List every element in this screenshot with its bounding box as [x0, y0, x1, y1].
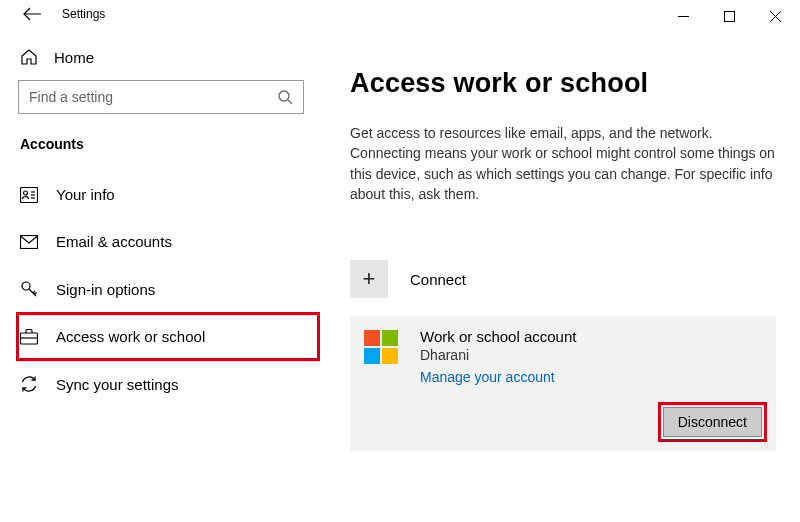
microsoft-logo-icon	[364, 330, 398, 364]
sidebar: Home Accounts Your info Email & accounts	[0, 36, 320, 522]
minimize-button[interactable]	[660, 0, 706, 32]
mail-icon	[20, 235, 38, 249]
sidebar-item-signin-options[interactable]: Sign-in options	[18, 266, 318, 312]
home-icon	[20, 48, 38, 66]
connect-label: Connect	[410, 271, 466, 288]
home-label: Home	[54, 49, 94, 66]
page-description: Get access to resources like email, apps…	[350, 123, 776, 204]
account-subtitle: Dharani	[420, 347, 576, 363]
sync-icon	[20, 375, 38, 393]
account-card[interactable]: Work or school account Dharani Manage yo…	[350, 316, 776, 451]
sidebar-item-label: Email & accounts	[56, 233, 172, 250]
sidebar-item-label: Access work or school	[56, 328, 205, 345]
svg-line-5	[288, 100, 292, 104]
svg-point-4	[279, 91, 289, 101]
app-title: Settings	[62, 7, 105, 21]
svg-rect-1	[724, 11, 734, 21]
search-box[interactable]	[18, 80, 304, 114]
disconnect-button[interactable]: Disconnect	[663, 407, 762, 437]
maximize-button[interactable]	[706, 0, 752, 32]
page-heading: Access work or school	[350, 68, 776, 99]
connect-button[interactable]: + Connect	[350, 260, 776, 298]
sidebar-item-label: Sign-in options	[56, 281, 155, 298]
sidebar-item-email-accounts[interactable]: Email & accounts	[18, 219, 318, 264]
sidebar-item-access-work-school[interactable]: Access work or school	[18, 314, 318, 359]
manage-account-link[interactable]: Manage your account	[420, 369, 576, 385]
close-button[interactable]	[752, 0, 798, 32]
badge-icon	[20, 187, 38, 203]
plus-icon: +	[350, 260, 388, 298]
back-icon[interactable]	[22, 6, 42, 22]
account-title: Work or school account	[420, 328, 576, 345]
svg-point-12	[22, 282, 30, 290]
key-icon	[20, 280, 38, 298]
sidebar-item-label: Your info	[56, 186, 115, 203]
window-controls	[660, 0, 798, 32]
sidebar-item-your-info[interactable]: Your info	[18, 172, 318, 217]
search-icon	[277, 89, 293, 105]
header: Settings	[0, 0, 320, 36]
sidebar-item-label: Sync your settings	[56, 376, 179, 393]
briefcase-icon	[20, 329, 38, 345]
home-nav[interactable]: Home	[18, 42, 320, 80]
main-panel: Access work or school Get access to reso…	[320, 36, 800, 522]
svg-point-7	[24, 191, 28, 195]
sidebar-item-sync-settings[interactable]: Sync your settings	[18, 361, 318, 407]
section-title: Accounts	[18, 134, 320, 172]
search-input[interactable]	[29, 89, 277, 105]
